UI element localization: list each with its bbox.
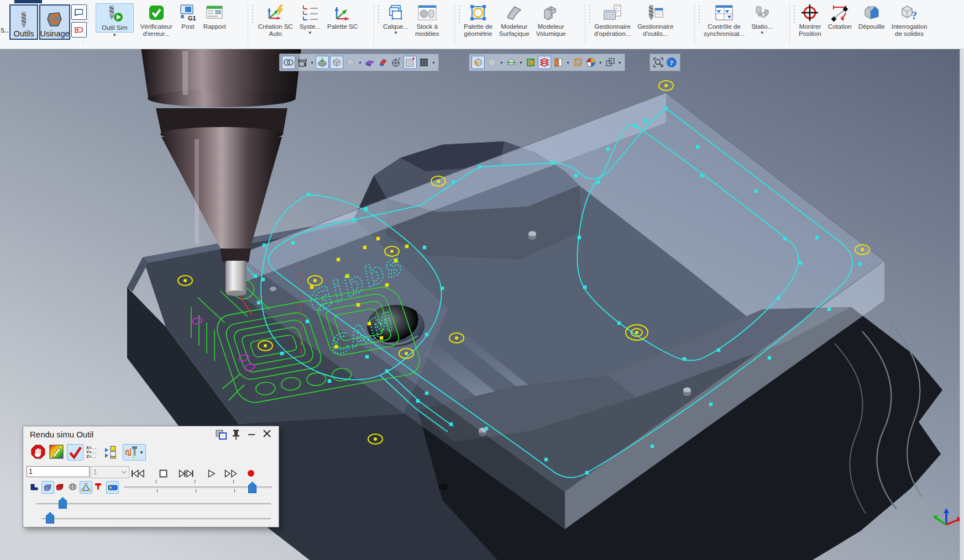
rapid-display-icon[interactable] bbox=[29, 481, 40, 493]
stop-hand-button[interactable] bbox=[30, 444, 46, 459]
controle-synchronisation-button[interactable]: Contrôle de synchronisat... bbox=[701, 2, 747, 39]
solid-query-icon: ? bbox=[900, 3, 919, 22]
position-slider-handle[interactable] bbox=[46, 512, 54, 524]
creation-sc-auto-button[interactable]: Création SC Auto bbox=[255, 2, 296, 39]
viewport-scrollbar[interactable] bbox=[960, 49, 964, 560]
systemes-coordonnees-button[interactable]: Syste... ▼ bbox=[297, 2, 323, 36]
arrange-windows-icon[interactable] bbox=[604, 56, 616, 68]
record-button[interactable] bbox=[245, 468, 256, 478]
outil-sim-button[interactable]: Outil Sim ▼ bbox=[93, 2, 137, 39]
axes-globe-icon[interactable] bbox=[390, 56, 402, 68]
montrer-position-button[interactable]: Montrer Position bbox=[796, 2, 824, 39]
speed-combo[interactable]: 1 bbox=[91, 466, 129, 478]
tab-usinage[interactable]: Usinage bbox=[39, 4, 70, 40]
fixture-display-icon[interactable] bbox=[364, 56, 376, 68]
section-view-icon[interactable] bbox=[505, 56, 517, 68]
unshaded-view-icon[interactable] bbox=[486, 56, 498, 68]
stock-modeles-button[interactable]: Stock à modèles bbox=[412, 2, 442, 39]
progress-handle[interactable] bbox=[248, 482, 256, 493]
step-forward-button[interactable] bbox=[178, 468, 195, 478]
chevron-down-icon[interactable]: ▼ bbox=[139, 450, 144, 455]
speed-slider-track[interactable] bbox=[36, 503, 271, 505]
interrogation-solides-button[interactable]: ? Interrogation de solides bbox=[889, 2, 930, 39]
chevron-down-icon[interactable]: ▼ bbox=[500, 61, 504, 65]
close-icon[interactable] bbox=[261, 428, 273, 439]
palette-sc-button[interactable]: Palette SC bbox=[324, 2, 360, 31]
rewind-start-button[interactable] bbox=[129, 468, 146, 478]
geometry-circles-icon[interactable] bbox=[282, 56, 295, 69]
calques-button[interactable]: Calque... ▼ bbox=[380, 2, 411, 36]
svg-text:?: ? bbox=[670, 59, 674, 67]
stop-button[interactable] bbox=[155, 468, 171, 478]
frame-number-input[interactable] bbox=[27, 466, 90, 477]
bars-compare-icon[interactable] bbox=[552, 56, 564, 68]
render-colors-button[interactable] bbox=[49, 444, 64, 459]
cotation-button[interactable]: Cotation bbox=[825, 2, 855, 31]
grid-add-icon[interactable] bbox=[404, 56, 417, 69]
modeleur-volumique-button[interactable]: Modeleur Volumique bbox=[533, 2, 569, 39]
gestionnaire-outils-button[interactable]: Gestionnaire d'outils... bbox=[635, 2, 676, 39]
verify-toggle-button[interactable] bbox=[67, 444, 83, 461]
show-coordinates-button[interactable]: X=..Y=..Z=.. bbox=[85, 444, 101, 459]
surface-display-icon[interactable] bbox=[377, 56, 389, 68]
chevron-down-icon[interactable]: ▼ bbox=[566, 61, 570, 65]
cut-stock-display-icon[interactable] bbox=[54, 481, 66, 493]
chevron-down-icon[interactable]: ▼ bbox=[394, 31, 398, 35]
chevron-down-icon[interactable]: ▼ bbox=[358, 61, 362, 65]
tool-sim-icon bbox=[105, 4, 124, 23]
minimize-icon[interactable] bbox=[247, 429, 256, 440]
chevron-down-icon[interactable]: ▼ bbox=[760, 31, 764, 35]
flat-view-button[interactable] bbox=[71, 4, 87, 20]
help-icon[interactable]: ? bbox=[666, 56, 678, 68]
cs-auto-icon bbox=[266, 3, 285, 22]
wireframe-cube-icon[interactable] bbox=[572, 56, 584, 68]
axes-display-icon[interactable] bbox=[80, 481, 92, 494]
render-sphere-icon[interactable] bbox=[585, 56, 597, 68]
hidden-solid-icon[interactable] bbox=[344, 56, 357, 68]
grid-dark-icon[interactable] bbox=[418, 56, 430, 68]
post-g1-icon: G1 bbox=[179, 3, 197, 22]
solid-icon bbox=[542, 3, 560, 22]
rapport-button[interactable]: Rapport bbox=[201, 2, 229, 31]
fixture-display-toggle-icon[interactable] bbox=[106, 481, 119, 494]
tool-display-icon[interactable] bbox=[67, 481, 78, 493]
post-button[interactable]: G1 Post bbox=[176, 2, 200, 31]
fast-forward-button[interactable] bbox=[223, 468, 240, 478]
stock-display-icon[interactable] bbox=[41, 481, 54, 494]
pin-icon[interactable] bbox=[231, 429, 241, 441]
tool-render-mode-button[interactable]: ▼ bbox=[123, 444, 146, 461]
chevron-down-icon[interactable]: ▼ bbox=[618, 61, 622, 65]
rendu-simu-outil-dialog: Rendu simu Outil X=..Y=..Z=.. ▼ 1 bbox=[23, 426, 279, 527]
modeleur-surfacique-button[interactable]: Modeleur Surfaçique bbox=[496, 2, 532, 39]
gestionnaire-operations-button[interactable]: Gestionnaire d'opération... bbox=[591, 2, 633, 39]
speed-slider-handle[interactable] bbox=[59, 497, 67, 509]
machining-prefs-button[interactable] bbox=[71, 22, 87, 38]
layers-icon bbox=[387, 3, 405, 22]
holder-display-icon[interactable] bbox=[92, 481, 104, 493]
goto-operation-button[interactable] bbox=[103, 444, 119, 459]
palette-geometrie-button[interactable]: Palette de géométrie bbox=[461, 2, 495, 39]
chevron-down-icon[interactable]: ▼ bbox=[112, 33, 117, 38]
chevron-down-icon[interactable]: ▼ bbox=[519, 61, 523, 65]
position-slider-track[interactable] bbox=[41, 518, 271, 520]
depouille-button[interactable]: Dépouille bbox=[856, 2, 888, 31]
tab-outils[interactable]: Outils bbox=[9, 4, 38, 40]
chevron-down-icon[interactable]: ▼ bbox=[308, 31, 312, 35]
verificateur-erreur-button[interactable]: Vérificateur d'erreur... bbox=[138, 2, 175, 39]
stock-visibility-icon[interactable] bbox=[316, 56, 329, 69]
dimension-box-icon[interactable] bbox=[296, 56, 308, 68]
shaded-view-icon[interactable] bbox=[471, 56, 485, 69]
gibbscam-logo-icon bbox=[46, 10, 64, 29]
toolpath-layers-icon[interactable] bbox=[538, 56, 551, 69]
solid-visibility-icon[interactable] bbox=[330, 56, 343, 69]
stations-button[interactable]: Statio... ▼ bbox=[748, 2, 776, 36]
play-button[interactable] bbox=[203, 468, 220, 478]
zoom-select-icon[interactable] bbox=[652, 56, 664, 68]
viewport-toolbar-selection: ▼ ▼ ▼ bbox=[279, 54, 439, 71]
chevron-down-icon[interactable]: ▼ bbox=[432, 61, 436, 65]
chevron-down-icon[interactable]: ▼ bbox=[599, 61, 602, 65]
svg-text:?: ? bbox=[911, 9, 917, 22]
detach-window-icon[interactable] bbox=[215, 429, 227, 440]
stock-bounds-icon[interactable] bbox=[525, 56, 537, 68]
chevron-down-icon[interactable]: ▼ bbox=[310, 61, 314, 65]
